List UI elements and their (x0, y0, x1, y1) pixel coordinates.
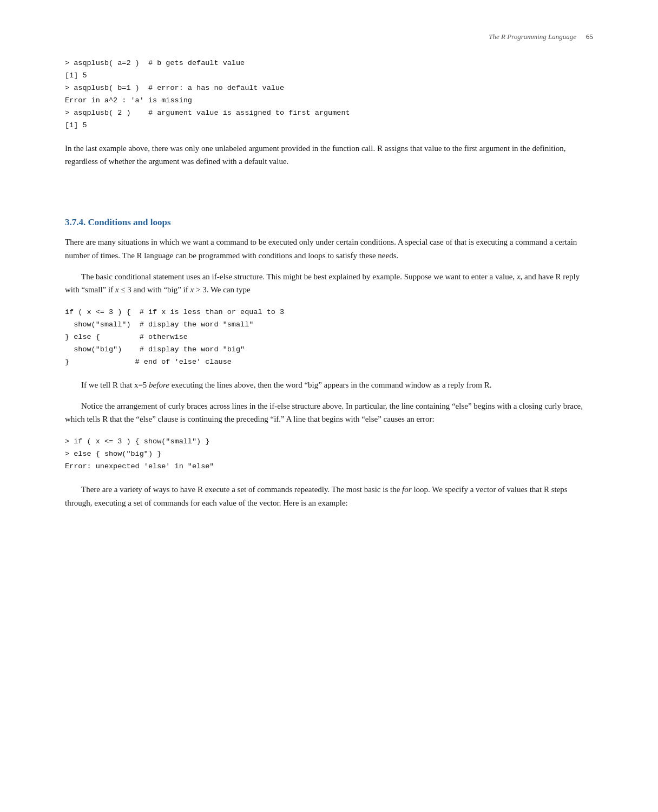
for-text: for (402, 485, 412, 494)
section-title: Conditions and loops (88, 217, 171, 227)
header-title: The R Programming Language (489, 32, 576, 41)
page: The R Programming Language 65 > asqplusb… (0, 0, 658, 812)
code-block-3: > if ( x <= 3 ) { show("small") } > else… (65, 436, 593, 473)
paragraph-4: If we tell R that x=5 before executing t… (65, 378, 593, 392)
paragraph-6: There are a variety of ways to have R ex… (65, 483, 593, 510)
section-number: 3.7.4. (65, 217, 88, 227)
paragraph-3: The basic conditional statement uses an … (65, 270, 593, 297)
section-heading-374: 3.7.4. Conditions and loops (65, 217, 593, 228)
paragraph-5: Notice the arrangement of curly braces a… (65, 400, 593, 427)
before-text: before (149, 381, 169, 389)
page-number: 65 (586, 32, 593, 41)
paragraph-1: In the last example above, there was onl… (65, 142, 593, 169)
paragraph-2: There are many situations in which we wa… (65, 235, 593, 263)
code-block-1: > asqplusb( a=2 ) # b gets default value… (65, 57, 593, 132)
code-block-2: if ( x <= 3 ) { # if x is less than or e… (65, 306, 593, 369)
page-header: The R Programming Language 65 (65, 32, 593, 41)
